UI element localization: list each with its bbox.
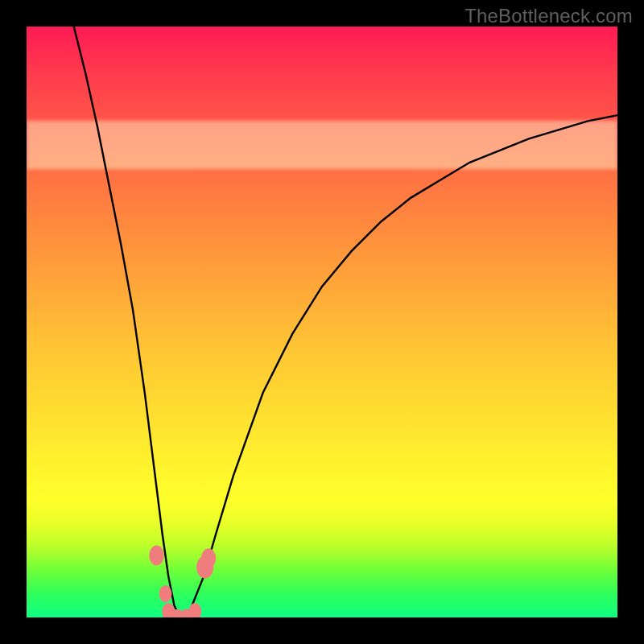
bottleneck-curve-path [74, 27, 617, 617]
curve-layer [27, 27, 617, 617]
plot-area [27, 27, 617, 617]
watermark-text: TheBottleneck.com [464, 5, 633, 27]
data-marker [149, 546, 164, 566]
data-marker [201, 548, 217, 568]
chart-frame: TheBottleneck.com [0, 0, 644, 644]
marker-group [149, 546, 216, 617]
data-marker [188, 603, 201, 617]
data-marker [159, 585, 172, 602]
